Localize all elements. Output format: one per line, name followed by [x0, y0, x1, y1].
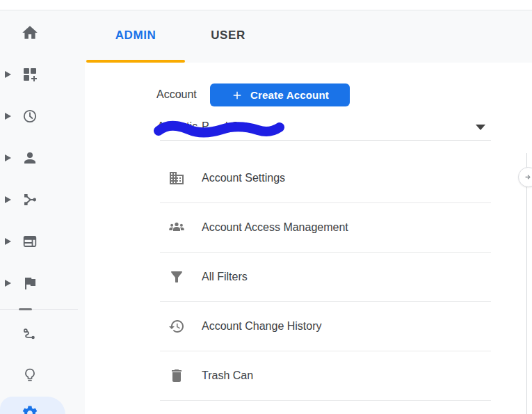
sidebar-item-customization[interactable] [0, 58, 85, 91]
top-strip [0, 0, 532, 10]
menu-item-trash-can[interactable]: Trash Can [160, 351, 491, 401]
redaction-scribble [152, 116, 284, 140]
buildings-icon [168, 170, 185, 186]
menu-item-label: Account Settings [202, 172, 285, 184]
person-icon [22, 150, 38, 166]
chevron-right-icon [5, 238, 11, 245]
funnel-icon [168, 269, 185, 285]
clock-icon [22, 108, 38, 125]
menu-item-label: Account Access Management [202, 221, 348, 234]
selector-underline [160, 140, 491, 141]
gear-icon [21, 404, 39, 414]
menu-item-label: Trash Can [202, 369, 253, 382]
analytics-admin-screen: ADMIN USER Account [0, 0, 532, 414]
sidebar-item-insights[interactable] [0, 358, 85, 392]
plus-icon [231, 89, 243, 102]
home-icon [21, 24, 39, 42]
lightbulb-icon [22, 367, 38, 383]
menu-item-account-settings[interactable]: Account Settings [160, 154, 491, 203]
menu-item-all-filters[interactable]: All Filters [160, 253, 491, 302]
trash-icon [168, 367, 185, 384]
chevron-right-icon [5, 280, 11, 287]
groups-icon [168, 219, 185, 236]
menu-item-account-access-management[interactable]: Account Access Management [160, 203, 491, 253]
create-account-button-label: Create Account [250, 89, 329, 101]
chevron-right-icon [5, 113, 11, 120]
chevron-right-icon [5, 196, 11, 203]
sidebar-item-admin[interactable] [0, 395, 85, 414]
chevron-right-icon [5, 154, 11, 161]
route-icon [22, 326, 38, 343]
flag-icon [22, 275, 38, 292]
account-section-label: Account [156, 88, 197, 101]
create-account-button[interactable]: Create Account [210, 83, 350, 106]
active-tab-underline [86, 60, 185, 63]
sidebar-divider [0, 309, 78, 310]
sidebar-item-realtime[interactable] [0, 99, 85, 133]
sidebar-item-behavior[interactable] [0, 225, 85, 258]
account-admin-menu: Account Settings Account Access Manageme… [160, 154, 491, 401]
account-selector[interactable]: A tic P l Cate [154, 113, 492, 140]
menu-item-label: All Filters [202, 271, 248, 283]
tab-admin[interactable]: ADMIN [86, 10, 185, 60]
dashboard-customize-icon [22, 66, 38, 83]
merge-nodes-icon [22, 191, 38, 208]
sidebar-item-home[interactable] [0, 16, 85, 49]
history-icon [168, 318, 185, 335]
sidebar-item-acquisition[interactable] [0, 183, 85, 216]
menu-item-label: Account Change History [202, 320, 322, 333]
arrow-right-icon [524, 173, 532, 182]
menu-item-account-change-history[interactable]: Account Change History [160, 302, 491, 351]
sidebar-item-discover[interactable] [0, 318, 85, 351]
caret-down-icon [476, 125, 485, 130]
sidebar-item-audience[interactable] [0, 141, 85, 175]
panel-splitter-line [526, 153, 527, 414]
sidebar-item-conversions[interactable] [0, 266, 85, 300]
tab-user[interactable]: USER [185, 10, 271, 60]
window-layout-icon [22, 233, 38, 250]
sidebar-divider-dash [19, 308, 32, 310]
chevron-right-icon [5, 71, 11, 78]
